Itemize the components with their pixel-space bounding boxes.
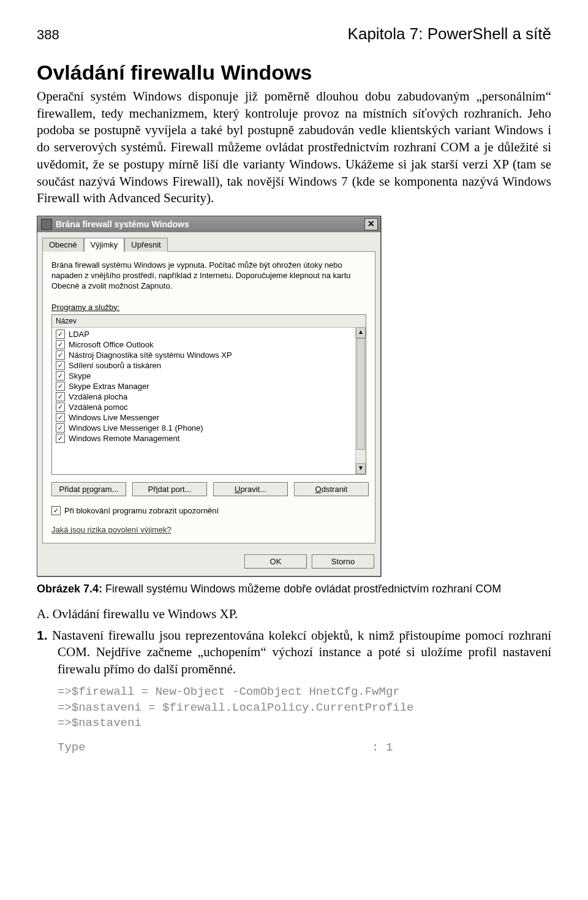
- list-item-label: Sdílení souborů a tiskáren: [69, 361, 161, 370]
- list-item-label: Windows Live Messenger 8.1 (Phone): [69, 423, 203, 433]
- list-body: ✓LDAP ✓Microsoft Office Outlook ✓Nástroj…: [52, 328, 366, 445]
- list-item[interactable]: ✓LDAP: [52, 329, 366, 339]
- list-item[interactable]: ✓Skype: [52, 371, 366, 381]
- code-block-1: =>$firewall = New-Object -ComObject Hnet…: [58, 684, 551, 732]
- delete-button[interactable]: Odstranit: [294, 482, 369, 496]
- dialog-titlebar: Brána firewall systému Windows ✕: [37, 216, 380, 232]
- list-item-label: Windows Remote Management: [69, 434, 179, 443]
- list-item[interactable]: ✓Nástroj Diagnostika sítě systému Window…: [52, 350, 366, 360]
- checkbox-icon[interactable]: ✓: [56, 350, 65, 360]
- programs-listbox[interactable]: Název ✓LDAP ✓Microsoft Office Outlook ✓N…: [51, 314, 366, 475]
- firewall-dialog: Brána firewall systému Windows ✕ Obecné …: [37, 216, 381, 577]
- figure-caption-text: Firewall systému Windows můžeme dobře ov…: [102, 583, 501, 595]
- tab-advanced[interactable]: Upřesnit: [124, 238, 167, 252]
- shield-icon: [41, 219, 52, 230]
- dialog-title: Brána firewall systému Windows: [56, 219, 189, 229]
- code-block-2: Type : 1: [58, 740, 551, 756]
- chapter-title: Kapitola 7: PowerShell a sítě: [348, 25, 551, 43]
- step-1: 1. Nastavení firewallu jsou reprezentová…: [37, 627, 551, 678]
- page-number: 388: [37, 27, 59, 43]
- list-item-label: Vzdálená plocha: [69, 392, 127, 401]
- intro-paragraph: Operační systém Windows disponuje již po…: [37, 88, 551, 207]
- checkbox-icon[interactable]: ✓: [56, 392, 65, 401]
- list-item[interactable]: ✓Windows Live Messenger 8.1 (Phone): [52, 423, 366, 433]
- checkbox-icon[interactable]: ✓: [56, 423, 65, 433]
- checkbox-icon[interactable]: ✓: [51, 506, 61, 515]
- list-item-label: Microsoft Office Outlook: [69, 340, 153, 349]
- list-column-header[interactable]: Název: [52, 315, 366, 328]
- list-item-label: Windows Live Messenger: [69, 413, 159, 422]
- page-header: 388 Kapitola 7: PowerShell a sítě: [37, 25, 551, 43]
- notify-checkbox-row[interactable]: ✓ Při blokování programu zobrazit upozor…: [51, 506, 366, 515]
- checkbox-icon[interactable]: ✓: [56, 330, 65, 339]
- tab-exceptions[interactable]: Výjimky: [84, 238, 125, 252]
- list-item[interactable]: ✓Sdílení souborů a tiskáren: [52, 360, 366, 371]
- panel-description: Brána firewall systému Windows je vypnut…: [51, 260, 366, 292]
- ok-button[interactable]: OK: [244, 554, 307, 569]
- close-button[interactable]: ✕: [364, 218, 378, 230]
- step-text: Nastavení firewallu jsou reprezentována …: [48, 628, 551, 676]
- edit-button[interactable]: Upravit...: [213, 482, 288, 496]
- subsection-a: A. Ovládání firewallu ve Windows XP.: [37, 607, 551, 622]
- list-item-label: Skype: [69, 371, 91, 380]
- dialog-footer: OK Storno: [37, 548, 380, 576]
- list-item[interactable]: ✓Vzdálená pomoc: [52, 402, 366, 412]
- scroll-thumb[interactable]: [356, 338, 365, 450]
- notify-label: Při blokování programu zobrazit upozorně…: [64, 506, 219, 515]
- list-item-label: Vzdálená pomoc: [69, 403, 128, 412]
- list-item-label: LDAP: [69, 330, 89, 339]
- scroll-up-icon[interactable]: ▲: [356, 327, 366, 338]
- checkbox-icon[interactable]: ✓: [56, 434, 65, 443]
- add-port-button[interactable]: Přidat port...: [132, 482, 207, 496]
- list-item[interactable]: ✓Windows Remote Management: [52, 433, 366, 444]
- button-row: Přidat program... Přidat port... Upravit…: [51, 482, 366, 496]
- list-item[interactable]: ✓Vzdálená plocha: [52, 391, 366, 402]
- cancel-button[interactable]: Storno: [312, 554, 374, 569]
- checkbox-icon[interactable]: ✓: [56, 361, 65, 370]
- dialog-tabs: Obecné Výjimky Upřesnit: [42, 237, 375, 251]
- checkbox-icon[interactable]: ✓: [56, 371, 65, 380]
- risks-link[interactable]: Jaká jsou rizika povolení výjimek?: [51, 525, 172, 534]
- list-item-label: Skype Extras Manager: [69, 382, 149, 391]
- list-item[interactable]: ✓Windows Live Messenger: [52, 412, 366, 423]
- checkbox-icon[interactable]: ✓: [56, 413, 65, 422]
- add-program-button[interactable]: Přidat program...: [51, 482, 126, 496]
- list-item[interactable]: ✓Skype Extras Manager: [52, 381, 366, 391]
- scrollbar[interactable]: ▲ ▼: [355, 327, 366, 474]
- step-number: 1.: [37, 628, 48, 642]
- list-label: Programy a služby:: [51, 303, 366, 312]
- section-title: Ovládání firewallu Windows: [37, 61, 551, 85]
- checkbox-icon[interactable]: ✓: [56, 403, 65, 412]
- checkbox-icon[interactable]: ✓: [56, 340, 65, 349]
- figure-caption-label: Obrázek 7.4:: [37, 583, 102, 595]
- figure-caption: Obrázek 7.4: Firewall systému Windows mů…: [37, 583, 551, 596]
- list-item[interactable]: ✓Microsoft Office Outlook: [52, 339, 366, 350]
- list-item-label: Nástroj Diagnostika sítě systému Windows…: [69, 350, 232, 360]
- tab-panel-exceptions: Brána firewall systému Windows je vypnut…: [42, 251, 375, 543]
- checkbox-icon[interactable]: ✓: [56, 382, 65, 391]
- tab-general[interactable]: Obecné: [42, 238, 84, 252]
- scroll-down-icon[interactable]: ▼: [356, 463, 366, 474]
- figure-7-4: Brána firewall systému Windows ✕ Obecné …: [37, 216, 551, 577]
